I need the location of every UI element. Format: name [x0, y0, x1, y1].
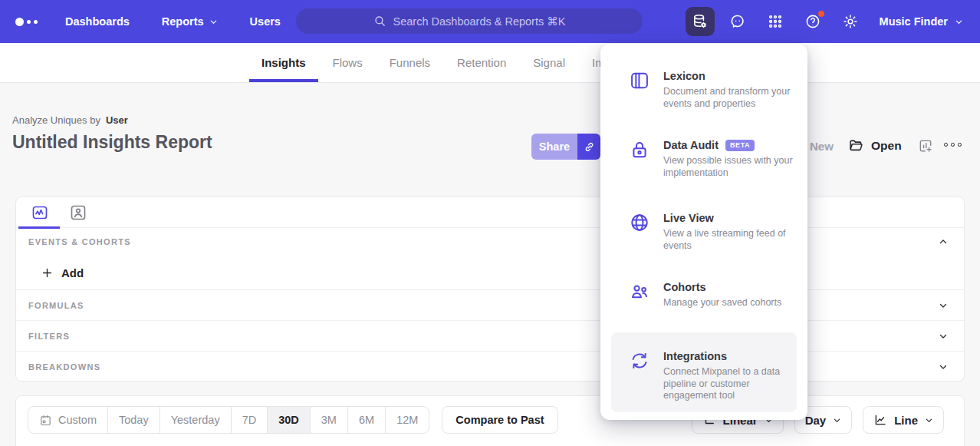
range-6m[interactable]: 6M — [347, 407, 385, 433]
tab-retention[interactable]: Retention — [445, 43, 518, 82]
add-to-dashboard-button[interactable] — [918, 138, 933, 157]
date-range-segmented: Custom Today Yesterday 7D 30D 3M 6M 12M — [28, 406, 429, 434]
copy-link-button[interactable] — [577, 134, 600, 160]
project-switcher[interactable]: Music Finder — [880, 15, 963, 28]
beta-badge: BETA — [725, 140, 755, 151]
chart-type-dropdown[interactable]: Line — [863, 406, 944, 434]
menu-item-lexicon[interactable]: Lexicon Document and transform your even… — [600, 69, 807, 110]
more-options-button[interactable] — [944, 143, 962, 147]
search-placeholder: Search Dashboards & Reports ⌘K — [393, 15, 566, 28]
feedback-button[interactable] — [723, 7, 752, 36]
mixpanel-logo-icon[interactable] — [15, 18, 38, 26]
section-formulas[interactable]: FORMULAS — [16, 289, 964, 320]
chevron-down-icon — [925, 416, 933, 425]
help-button[interactable] — [798, 7, 827, 36]
range-yesterday[interactable]: Yesterday — [159, 407, 231, 433]
calendar-icon — [39, 414, 52, 427]
dot-icon — [951, 143, 955, 147]
add-event-button[interactable]: Add — [16, 256, 964, 289]
app-window: Dashboards Reports Users Search Dashboar… — [0, 0, 980, 446]
analyze-line: Analyze Uniques byUser — [12, 114, 128, 126]
tab-flows[interactable]: Flows — [321, 43, 375, 82]
report-tabbar: Insights Flows Funnels Retention Signal … — [0, 43, 980, 83]
nav-item-dashboards[interactable]: Dashboards — [65, 15, 130, 28]
database-gear-icon — [692, 13, 709, 30]
chevron-down-icon — [938, 362, 949, 372]
builder-mode-tabs — [16, 197, 964, 228]
data-management-menu: Lexicon Document and transform your even… — [600, 44, 807, 420]
range-30d[interactable]: 30D — [267, 407, 310, 433]
chevron-down-icon — [833, 416, 841, 425]
range-12m[interactable]: 12M — [385, 407, 429, 433]
people-icon — [629, 281, 650, 302]
metrics-mode-tab[interactable] — [25, 197, 54, 228]
line-chart-icon — [873, 413, 887, 427]
dot-icon — [958, 143, 962, 147]
dot-icon — [944, 143, 948, 147]
sync-icon — [629, 350, 650, 372]
data-management-button[interactable] — [686, 7, 715, 36]
globe-icon — [629, 212, 650, 233]
chevron-down-icon — [209, 18, 218, 26]
compare-to-past-button[interactable]: Compare to Past — [442, 406, 557, 434]
settings-button[interactable] — [836, 7, 865, 36]
notification-dot — [818, 11, 824, 17]
menu-item-live-view[interactable]: Live View View a live streaming feed of … — [600, 211, 807, 252]
chevron-down-icon — [938, 331, 949, 342]
tab-funnels[interactable]: Funnels — [377, 43, 442, 82]
project-name: Music Finder — [880, 15, 948, 28]
share-split-button: Share — [531, 134, 600, 160]
open-report-button[interactable]: Open — [848, 137, 902, 154]
chevron-down-icon — [955, 18, 963, 26]
query-builder-card: EVENTS & COHORTS Add FORMULAS FILTERS BR… — [15, 197, 965, 382]
section-events-cohorts[interactable]: EVENTS & COHORTS — [16, 228, 964, 256]
plus-icon — [41, 267, 53, 279]
lock-icon — [629, 139, 650, 160]
primary-nav: Dashboards Reports Users — [65, 15, 281, 28]
nav-item-users[interactable]: Users — [250, 15, 281, 28]
section-filters[interactable]: FILTERS — [16, 320, 964, 351]
range-3m[interactable]: 3M — [310, 407, 347, 433]
top-nav: Dashboards Reports Users Search Dashboar… — [0, 0, 980, 43]
section-breakdowns[interactable]: BREAKDOWNS — [16, 351, 964, 382]
share-button[interactable]: Share — [531, 134, 577, 160]
profiles-mode-tab[interactable] — [64, 197, 93, 228]
report-title[interactable]: Untitled Insights Report — [12, 132, 212, 153]
chevron-down-icon — [938, 300, 949, 311]
top-nav-actions: Music Finder — [686, 7, 963, 36]
metrics-chart-icon — [31, 203, 49, 222]
menu-item-cohorts[interactable]: Cohorts Manage your saved cohorts — [600, 280, 807, 309]
menu-item-data-audit[interactable]: Data Audit BETA View possible issues wit… — [600, 138, 807, 179]
apps-button[interactable] — [761, 7, 790, 36]
book-icon — [629, 70, 650, 91]
gear-icon — [842, 13, 859, 30]
menu-item-integrations[interactable]: Integrations Connect Mixpanel to a data … — [600, 349, 807, 402]
chat-bubble-icon — [729, 13, 746, 30]
folder-icon — [848, 137, 864, 154]
chevron-up-icon — [938, 236, 949, 247]
apps-grid-icon — [767, 13, 784, 30]
new-report-button[interactable]: New — [810, 140, 834, 153]
search-icon — [373, 15, 386, 28]
analyze-entity[interactable]: User — [106, 114, 128, 126]
range-custom[interactable]: Custom — [28, 407, 107, 433]
date-toolbar-card: Custom Today Yesterday 7D 30D 3M 6M 12M … — [15, 395, 965, 446]
tab-signal[interactable]: Signal — [521, 43, 577, 82]
link-icon — [583, 140, 596, 154]
chart-add-icon — [918, 138, 933, 154]
search-input[interactable]: Search Dashboards & Reports ⌘K — [296, 8, 643, 34]
user-profile-icon — [69, 203, 87, 222]
tab-insights[interactable]: Insights — [249, 43, 318, 82]
range-today[interactable]: Today — [107, 407, 159, 433]
range-7d[interactable]: 7D — [231, 407, 268, 433]
nav-item-reports[interactable]: Reports — [162, 15, 218, 28]
